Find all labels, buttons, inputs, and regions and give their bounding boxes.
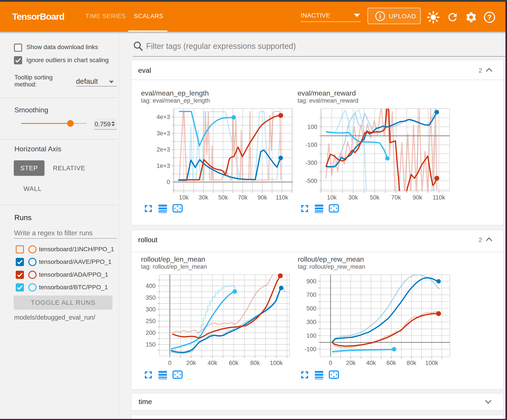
svg-text:90k: 90k <box>413 194 422 201</box>
svg-text:60k: 60k <box>386 360 396 366</box>
svg-text:10k: 10k <box>179 194 189 201</box>
svg-text:0: 0 <box>167 179 170 185</box>
svg-text:200: 200 <box>146 330 156 336</box>
svg-text:250: 250 <box>146 318 156 324</box>
svg-text:80k: 80k <box>407 360 416 366</box>
svg-text:400: 400 <box>146 283 156 289</box>
svg-text:300: 300 <box>306 319 316 325</box>
svg-text:150: 150 <box>146 341 156 348</box>
svg-text:-300: -300 <box>305 159 317 166</box>
svg-text:110k: 110k <box>276 194 288 201</box>
svg-text:100: 100 <box>306 332 316 339</box>
svg-text:4e+3: 4e+3 <box>156 114 170 120</box>
svg-text:tag: rollout/ep_len_mean: tag: rollout/ep_len_mean <box>141 263 207 270</box>
svg-text:?: ? <box>487 14 492 21</box>
svg-text:-500: -500 <box>305 178 317 184</box>
svg-text:80k: 80k <box>250 360 260 366</box>
svg-text:tag: eval/mean_reward: tag: eval/mean_reward <box>297 97 359 104</box>
svg-text:-100: -100 <box>304 346 316 352</box>
svg-text:1e+3: 1e+3 <box>156 163 170 169</box>
svg-text:rollout/ep_rew_mean: rollout/ep_rew_mean <box>298 255 364 263</box>
svg-text:90k: 90k <box>258 194 267 201</box>
svg-text:2e+3: 2e+3 <box>156 146 170 153</box>
svg-text:50k: 50k <box>218 194 228 201</box>
svg-text:-100: -100 <box>305 142 317 148</box>
svg-text:100k: 100k <box>270 360 283 366</box>
svg-text:tag: rollout/ep_rew_mean: tag: rollout/ep_rew_mean <box>298 263 365 270</box>
svg-text:100: 100 <box>307 124 317 130</box>
svg-text:300: 300 <box>146 306 156 313</box>
svg-text:20k: 20k <box>346 360 356 366</box>
svg-text:70k: 70k <box>238 194 247 201</box>
svg-text:3e+3: 3e+3 <box>156 130 170 137</box>
svg-text:40k: 40k <box>208 360 218 366</box>
svg-text:0: 0 <box>168 360 171 366</box>
svg-text:0: 0 <box>329 360 332 366</box>
svg-text:110k: 110k <box>433 194 445 201</box>
svg-text:eval/mean_ep_length: eval/mean_ep_length <box>141 89 209 97</box>
svg-text:30k: 30k <box>199 194 208 201</box>
svg-text:350: 350 <box>146 294 156 301</box>
svg-text:900: 900 <box>306 278 316 285</box>
svg-text:700: 700 <box>306 291 316 298</box>
svg-text:tag: eval/mean_ep_length: tag: eval/mean_ep_length <box>141 97 210 104</box>
svg-text:70k: 70k <box>391 194 401 201</box>
svg-text:40k: 40k <box>366 360 376 366</box>
svg-text:20k: 20k <box>186 360 196 366</box>
svg-text:100k: 100k <box>425 360 438 366</box>
svg-text:500: 500 <box>306 305 316 312</box>
svg-text:60k: 60k <box>229 360 239 366</box>
svg-text:30k: 30k <box>348 194 358 201</box>
svg-text:eval/mean_reward: eval/mean_reward <box>297 89 356 97</box>
svg-text:rollout/ep_len_mean: rollout/ep_len_mean <box>141 255 205 263</box>
svg-text:10k: 10k <box>327 194 337 201</box>
svg-text:50k: 50k <box>370 194 380 201</box>
